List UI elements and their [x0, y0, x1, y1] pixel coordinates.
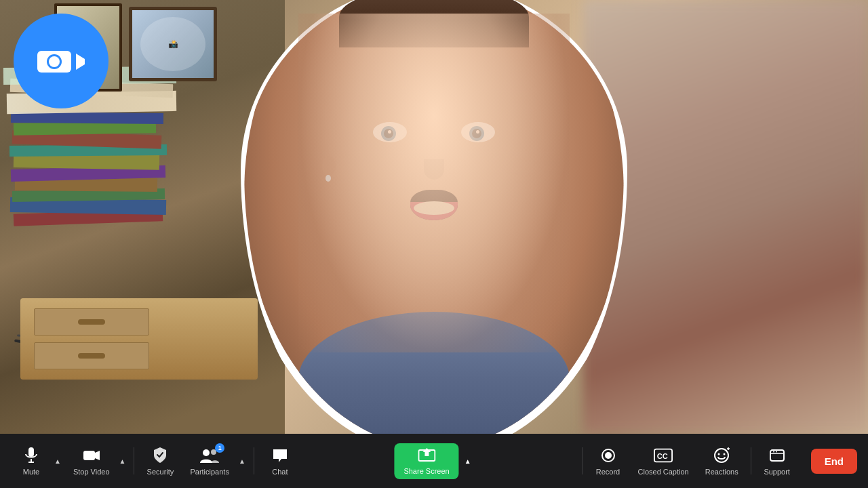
svg-point-3 [49, 56, 60, 67]
mute-button[interactable]: Mute [11, 442, 52, 480]
record-icon [599, 446, 618, 465]
end-button[interactable]: End [811, 449, 857, 474]
chat-button[interactable]: Chat [260, 442, 300, 480]
stop-video-button[interactable]: Stop Video [66, 442, 117, 480]
participants-arrow[interactable]: ▲ [236, 453, 248, 469]
participants-group: 1 Participants ▲ [183, 442, 248, 480]
divider-4 [751, 447, 751, 474]
share-screen-label: Share Screen [403, 467, 449, 475]
record-button[interactable]: Record [588, 442, 629, 480]
chat-label: Chat [272, 468, 288, 476]
toolbar: Mute ▲ Stop Video ▲ [0, 434, 868, 488]
face-highlight [298, 14, 570, 352]
record-label: Record [596, 468, 620, 476]
svg-point-18 [715, 449, 728, 462]
stop-video-label: Stop Video [73, 468, 110, 476]
chat-icon [271, 446, 290, 465]
shield-icon [151, 446, 170, 465]
people-icon: 1 [200, 446, 219, 465]
desk-surface [20, 298, 258, 380]
mute-label: Mute [23, 468, 39, 476]
svg-marker-13 [422, 448, 431, 456]
share-screen-arrow[interactable]: ▲ [462, 453, 474, 469]
mic-icon [22, 446, 41, 465]
security-label: Security [147, 468, 174, 476]
reactions-button[interactable]: Reactions [698, 442, 745, 480]
video-area: 📸 [0, 0, 868, 434]
svg-marker-4 [76, 54, 85, 70]
support-icon [768, 446, 787, 465]
svg-rect-5 [28, 447, 34, 457]
participants-button[interactable]: 1 Participants [183, 442, 235, 480]
svg-point-25 [773, 451, 774, 453]
svg-point-15 [605, 452, 612, 459]
closed-caption-label: Closed Caption [638, 468, 689, 476]
svg-rect-23 [770, 450, 784, 461]
participants-badge: 1 [215, 443, 224, 453]
share-screen-group: Share Screen ▲ [394, 443, 473, 479]
closed-caption-button[interactable]: CC Closed Caption [631, 442, 696, 480]
svg-marker-9 [95, 451, 100, 460]
svg-point-26 [776, 451, 777, 453]
reactions-label: Reactions [705, 468, 738, 476]
stop-video-arrow[interactable]: ▲ [117, 453, 129, 469]
divider-2 [254, 447, 254, 474]
right-person [583, 0, 868, 434]
camera-icon [82, 446, 101, 465]
zoom-logo [14, 14, 108, 108]
mute-group: Mute ▲ [11, 442, 64, 480]
svg-text:CC: CC [657, 452, 668, 460]
svg-point-19 [718, 453, 720, 455]
security-button[interactable]: Security [140, 442, 180, 480]
svg-point-10 [203, 449, 210, 456]
cc-icon: CC [654, 446, 673, 465]
divider-3 [582, 447, 583, 474]
support-label: Support [764, 468, 790, 476]
support-button[interactable]: Support [757, 442, 797, 480]
stop-video-group: Stop Video ▲ [66, 442, 129, 480]
mute-arrow[interactable]: ▲ [52, 453, 64, 469]
participants-label: Participants [190, 468, 229, 476]
share-screen-button[interactable]: Share Screen [394, 443, 458, 479]
svg-rect-8 [83, 451, 95, 460]
svg-point-20 [724, 453, 726, 455]
reactions-icon [712, 446, 731, 465]
divider-1 [134, 447, 134, 474]
share-screen-icon [418, 447, 435, 464]
